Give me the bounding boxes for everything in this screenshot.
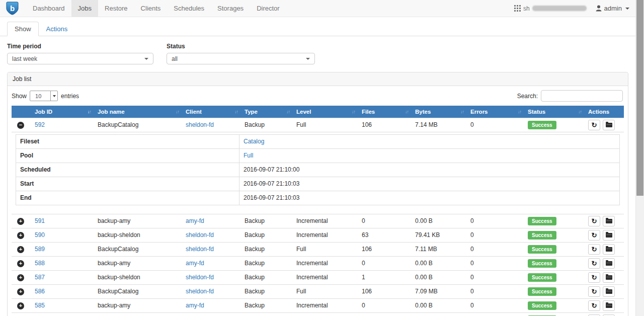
job-level-cell: Incremental: [292, 214, 358, 228]
client-link[interactable]: sheldon-fd: [186, 231, 214, 239]
detail-field-label: Pool: [16, 148, 239, 163]
job-files-button[interactable]: [603, 258, 615, 269]
column-header-files[interactable]: Files↓↑: [358, 106, 411, 118]
job-level-cell: Incremental: [292, 298, 358, 312]
job-bytes-cell: 0.00 B: [411, 312, 466, 316]
job-files-cell: 106: [358, 242, 411, 256]
job-id-link[interactable]: 587: [35, 274, 45, 281]
job-bytes-cell: 0.00 B: [411, 270, 466, 284]
job-list-panel: Job list Show 10 entries Search:: [7, 72, 628, 316]
user-menu[interactable]: admin: [596, 5, 629, 12]
restart-job-button[interactable]: ↻: [588, 120, 600, 130]
expand-row-icon[interactable]: −: [17, 122, 24, 129]
table-row: + 585 backup-amy amy-fd Backup Increment…: [12, 298, 624, 312]
tab-actions[interactable]: Actions: [39, 22, 75, 36]
expand-row-icon[interactable]: +: [17, 260, 24, 267]
vertical-scrollbar[interactable]: [635, 0, 644, 316]
chevron-down-icon: [144, 58, 148, 60]
detail-field-row: Scheduled 2016-09-07 21:10:00: [16, 163, 620, 177]
search-input[interactable]: [541, 90, 623, 102]
restart-icon: ↻: [592, 302, 597, 309]
status-badge: Success: [528, 121, 556, 129]
detail-field-label: End: [16, 191, 239, 205]
job-id-link[interactable]: 592: [35, 121, 45, 128]
table-row: + 590 backup-sheldon sheldon-fd Backup I…: [12, 228, 624, 242]
job-files-cell: 106: [358, 284, 411, 298]
sort-arrows-icon: ↓↑: [286, 109, 290, 114]
job-files-button[interactable]: [603, 216, 615, 226]
folder-icon: [606, 289, 612, 294]
detail-field-value[interactable]: Full: [244, 152, 253, 159]
job-id-link[interactable]: 591: [35, 217, 45, 224]
job-id-link[interactable]: 586: [35, 288, 45, 295]
nav-item-clients[interactable]: Clients: [134, 0, 168, 17]
tab-show[interactable]: Show: [7, 22, 39, 36]
job-id-link[interactable]: 585: [35, 302, 45, 309]
client-link[interactable]: sheldon-fd: [186, 288, 214, 295]
host-name-prefix: sh: [523, 5, 530, 12]
expand-row-icon[interactable]: +: [17, 288, 24, 295]
column-header-errors[interactable]: Errors↓↑: [466, 106, 524, 118]
job-files-cell: 0: [358, 256, 411, 270]
job-level-cell: Incremental: [292, 270, 358, 284]
nav-item-schedules[interactable]: Schedules: [167, 0, 211, 17]
restart-job-button[interactable]: ↻: [588, 314, 600, 316]
job-id-link[interactable]: 590: [35, 231, 45, 239]
restart-job-button[interactable]: ↻: [588, 272, 600, 283]
nav-item-dashboard[interactable]: Dashboard: [26, 0, 71, 17]
entries-select[interactable]: 10: [30, 91, 58, 101]
restart-job-button[interactable]: ↻: [588, 258, 600, 269]
job-errors-cell: 0: [466, 228, 524, 242]
column-header-bytes[interactable]: Bytes↓↑: [411, 106, 466, 118]
nav-item-storages[interactable]: Storages: [211, 0, 250, 17]
job-files-button[interactable]: [603, 314, 615, 316]
client-link[interactable]: amy-fd: [186, 217, 204, 224]
scrollbar-thumb[interactable]: [636, 0, 643, 196]
nav-item-director[interactable]: Director: [250, 0, 286, 17]
job-type-cell: Backup: [240, 228, 292, 242]
host-selector[interactable]: sh: [514, 5, 587, 12]
expand-row-icon[interactable]: +: [17, 232, 24, 239]
client-link[interactable]: amy-fd: [186, 302, 204, 309]
detail-field-value: 2016-09-07 21:10:00: [244, 166, 299, 173]
time-period-select[interactable]: last week: [7, 53, 153, 64]
expand-row-icon[interactable]: +: [17, 218, 24, 225]
client-link[interactable]: sheldon-fd: [186, 274, 214, 281]
client-link[interactable]: amy-fd: [186, 260, 204, 267]
job-files-button[interactable]: [603, 272, 615, 283]
expand-row-icon[interactable]: +: [17, 274, 24, 281]
column-header-type[interactable]: Type↓↑: [240, 106, 292, 118]
column-header-job-name[interactable]: Job name↓↑: [94, 106, 182, 118]
table-row: − 592 BackupCatalog sheldon-fd Backup Fu…: [12, 118, 624, 132]
job-files-button[interactable]: [603, 300, 615, 311]
job-errors-cell: 0: [466, 242, 524, 256]
column-header-client[interactable]: Client↓↑: [182, 106, 240, 118]
job-name-cell: backup-sheldon: [94, 312, 182, 316]
job-id-link[interactable]: 588: [35, 260, 45, 267]
job-files-button[interactable]: [603, 286, 615, 297]
column-header-level[interactable]: Level↓↑: [292, 106, 358, 118]
nav-item-jobs[interactable]: Jobs: [71, 0, 98, 17]
client-link[interactable]: sheldon-fd: [186, 246, 214, 253]
detail-field-value[interactable]: Catalog: [244, 138, 264, 145]
baculum-logo[interactable]: b: [0, 0, 26, 17]
restart-job-button[interactable]: ↻: [588, 230, 600, 241]
restart-job-button[interactable]: ↻: [588, 216, 600, 226]
column-header-status[interactable]: Status↓↑: [524, 106, 584, 118]
job-files-button[interactable]: [603, 120, 615, 130]
status-badge: Success: [528, 231, 556, 240]
job-id-link[interactable]: 589: [35, 246, 45, 253]
restart-icon: ↻: [592, 260, 597, 267]
column-header-job-id[interactable]: Job ID↓↑: [31, 106, 94, 118]
restart-job-button[interactable]: ↻: [588, 286, 600, 297]
nav-item-restore[interactable]: Restore: [98, 0, 134, 17]
client-link[interactable]: sheldon-fd: [186, 121, 214, 128]
restart-job-button[interactable]: ↻: [588, 300, 600, 311]
job-files-button[interactable]: [603, 244, 615, 255]
job-files-button[interactable]: [603, 230, 615, 241]
expand-row-icon[interactable]: +: [17, 246, 24, 253]
restart-job-button[interactable]: ↻: [588, 244, 600, 255]
restart-icon: ↻: [592, 232, 597, 239]
expand-row-icon[interactable]: +: [17, 302, 24, 309]
status-select[interactable]: all: [167, 53, 315, 64]
